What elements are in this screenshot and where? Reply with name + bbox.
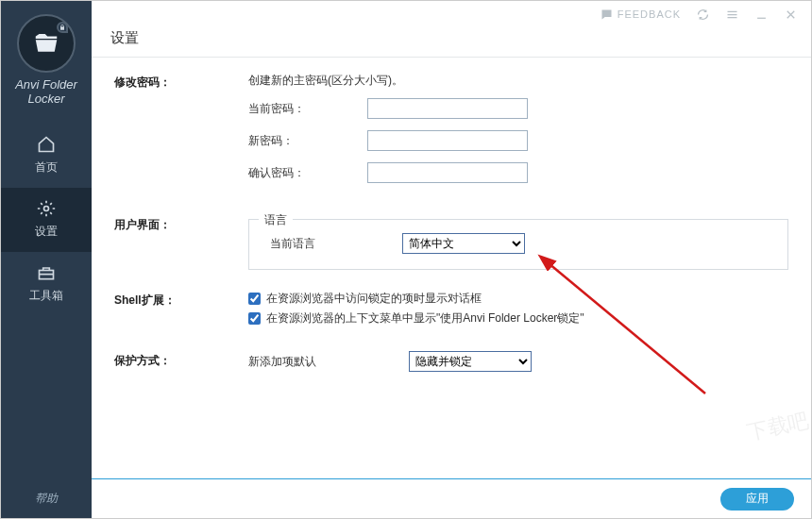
footer: 应用 (92, 478, 811, 518)
new-password-input[interactable] (367, 130, 528, 151)
nav-help[interactable]: 帮助 (35, 491, 58, 507)
topbar: FEEDBACK (92, 1, 811, 27)
feedback-label: FEEDBACK (617, 8, 681, 20)
section-protect-label: 保护方式： (114, 351, 248, 369)
nav-home-label: 首页 (35, 159, 58, 176)
divider (92, 57, 811, 58)
current-password-input[interactable] (367, 98, 528, 119)
content: 修改密码： 创建新的主密码(区分大小写)。 当前密码： 新密码： 确认密码： (92, 63, 811, 478)
section-ui: 用户界面： 语言 当前语言 简体中文 (114, 215, 788, 270)
protect-default-select[interactable]: 隐藏并锁定 (409, 351, 532, 372)
toolbox-icon (37, 263, 56, 282)
nav-home[interactable]: 首页 (1, 124, 92, 188)
confirm-password-input[interactable] (367, 162, 528, 183)
refresh-icon (696, 8, 710, 22)
home-icon (37, 135, 56, 154)
close-icon (784, 8, 798, 22)
shell-opt1-checkbox[interactable] (248, 293, 261, 305)
confirm-password-label: 确认密码： (248, 165, 367, 181)
new-password-label: 新密码： (248, 133, 367, 149)
protect-default-label: 新添加项默认 (248, 354, 409, 370)
section-password: 修改密码： 创建新的主密码(区分大小写)。 当前密码： 新密码： 确认密码： (114, 73, 788, 194)
section-password-label: 修改密码： (114, 73, 248, 91)
app-logo (17, 14, 76, 73)
nav-settings-label: 设置 (35, 224, 58, 240)
feedback-link[interactable]: FEEDBACK (600, 8, 681, 22)
password-hint: 创建新的主密码(区分大小写)。 (248, 73, 788, 89)
menu-icon (725, 8, 739, 22)
folder-icon (32, 29, 60, 58)
current-password-label: 当前密码： (248, 101, 367, 117)
section-shell-label: Shell扩展： (114, 291, 248, 309)
app-name: Anvi Folder Locker (15, 78, 77, 107)
lock-badge-icon (57, 22, 68, 33)
section-protect: 保护方式： 新添加项默认 隐藏并锁定 (114, 351, 788, 372)
watermark: 下载吧 (745, 406, 811, 446)
nav-toolbox-label: 工具箱 (29, 288, 63, 304)
svg-point-0 (44, 207, 49, 211)
sidebar: Anvi Folder Locker 首页 设置 工具箱 帮助 (1, 1, 92, 518)
language-legend: 语言 (259, 212, 293, 228)
main: FEEDBACK 设置 修改密码： 创建新的主密码(区分大小写)。 当前密码： (92, 1, 811, 518)
shell-opt2-label: 在资源浏览器的上下文菜单中显示"使用Anvi Folder Locker锁定" (266, 310, 584, 326)
menu-button[interactable] (725, 8, 739, 22)
current-language-label: 当前语言 (270, 236, 402, 252)
language-fieldset: 语言 当前语言 简体中文 (248, 219, 788, 270)
section-ui-label: 用户界面： (114, 215, 248, 233)
gear-icon (37, 199, 56, 218)
section-shell: Shell扩展： 在资源浏览器中访问锁定的项时显示对话框 在资源浏览器的上下文菜… (114, 291, 788, 330)
minimize-button[interactable] (754, 8, 769, 22)
language-select[interactable]: 简体中文 (402, 233, 525, 254)
page-title: 设置 (92, 27, 811, 57)
refresh-button[interactable] (696, 8, 710, 22)
apply-button[interactable]: 应用 (720, 488, 794, 511)
close-button[interactable] (784, 8, 798, 22)
chat-icon (600, 8, 614, 22)
nav: 首页 设置 工具箱 (1, 124, 92, 316)
shell-opt2-checkbox[interactable] (248, 312, 261, 325)
nav-toolbox[interactable]: 工具箱 (1, 252, 92, 316)
nav-settings[interactable]: 设置 (1, 188, 92, 252)
minimize-icon (754, 8, 769, 22)
shell-opt1-label: 在资源浏览器中访问锁定的项时显示对话框 (266, 291, 482, 307)
